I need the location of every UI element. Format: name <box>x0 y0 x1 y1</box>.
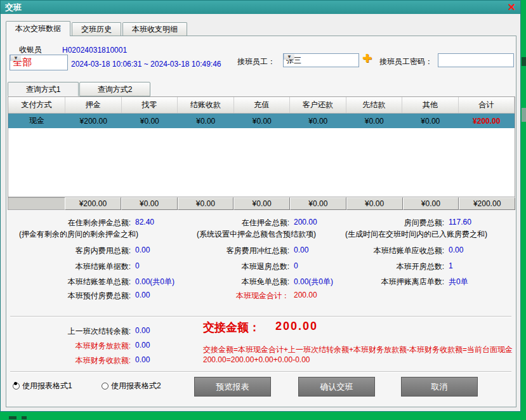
summary-note: (押金有剩余的房间的剩余押金之和) <box>19 229 138 240</box>
payment-table: 支付方式 押金 找零 结账收款 充值 客户还款 先结款 其他 合计 现金 ¥20… <box>8 96 515 197</box>
summary-value: 0 <box>135 261 140 270</box>
radio-unchecked-icon[interactable] <box>102 383 108 390</box>
column-header-change[interactable]: 找零 <box>122 97 178 113</box>
summary-label: 本班预付房费总额: <box>6 291 131 301</box>
cell-recharge: ¥0.00 <box>234 114 291 128</box>
scope-select[interactable]: 全部 ▼ <box>10 55 68 70</box>
tab-shift-history[interactable]: 交班历史 <box>72 22 121 36</box>
summary-label: 在住押金总额: <box>162 218 289 228</box>
summary-value: 82.40 <box>135 218 154 226</box>
preview-report-button[interactable]: 预览报表 <box>194 377 271 397</box>
tab-query-method-1[interactable]: 查询方式1 <box>8 82 79 96</box>
cashier-number: H02024031810001 <box>62 46 127 55</box>
cell-checkout-collection: ¥0.00 <box>178 114 234 128</box>
takeover-employee-value: 张三 <box>284 55 358 66</box>
takeover-employee-select[interactable]: 张三 ▼ <box>283 53 359 67</box>
summary-label: 本班押账离店单数: <box>305 277 444 287</box>
report-format-2-label: 使用报表格式2 <box>111 381 161 391</box>
summary-note: (生成时间在交班时间内的已入账房费之和) <box>345 229 487 240</box>
summary-label: 本班退房总数: <box>162 261 289 272</box>
column-header-checkout-collection[interactable]: 结账收款 <box>178 97 234 113</box>
cell-other: ¥0.00 <box>402 114 459 128</box>
column-header-customer-repayment[interactable]: 客户还款 <box>290 97 346 113</box>
handover-formula: 交接金额=本班现金合计+上一班次结转余额+本班财务放款额-本班财务收款额=当前台… <box>203 345 513 355</box>
column-header-payment-method[interactable]: 支付方式 <box>8 97 65 113</box>
column-header-presettlement[interactable]: 先结款 <box>346 97 403 113</box>
title-bar[interactable]: 交班 ✕ <box>1 1 520 14</box>
totals-presettlement: ¥0.00 <box>346 197 403 210</box>
add-employee-icon[interactable]: ✚ <box>362 51 372 65</box>
totals-checkout-collection: ¥0.00 <box>178 197 234 210</box>
column-header-deposit[interactable]: 押金 <box>65 97 122 113</box>
radio-checked-icon[interactable] <box>13 383 20 390</box>
report-format-2-option[interactable]: 使用报表格式2 <box>102 381 161 391</box>
summary-value: 0.00 <box>449 246 463 254</box>
main-tabs: 本次交班数据 交班历史 本班收支明细 <box>6 20 188 36</box>
divider <box>10 371 511 372</box>
tab-content-panel: 收银员 H02024031810001 全部 ▼ 2024-03-18 10:0… <box>6 36 516 407</box>
handover-amount-label: 交接金额： <box>203 320 260 335</box>
finance-grant-value: 0.00 <box>135 341 150 350</box>
divider <box>10 316 511 317</box>
report-format-1-label: 使用报表格式1 <box>22 381 72 391</box>
shift-cash-total-value: 200.00 <box>294 291 317 299</box>
takeover-employee-label: 接班员工： <box>237 56 275 67</box>
summary-label: 房间费总额: <box>305 218 444 228</box>
cell-change: ¥0.00 <box>122 114 178 128</box>
summary-value: 117.60 <box>449 218 471 226</box>
summary-value: 共0单 <box>449 277 468 287</box>
cell-deposit: ¥200.00 <box>65 114 122 128</box>
totals-row: ¥200.00 ¥0.00 ¥0.00 ¥0.00 ¥0.00 ¥0.00 ¥0… <box>8 197 515 210</box>
chevron-down-icon[interactable]: ▼ <box>284 54 294 60</box>
table-row-cash[interactable]: 现金 ¥200.00 ¥0.00 ¥0.00 ¥0.00 ¥0.00 ¥0.00… <box>8 114 515 128</box>
finance-grant-label: 本班财务放款额: <box>6 341 131 351</box>
totals-customer-repayment: ¥0.00 <box>290 197 346 210</box>
handover-amount-value: 200.00 <box>275 320 318 333</box>
column-header-other[interactable]: 其他 <box>402 97 459 113</box>
summary-value: 0.00 <box>135 246 150 254</box>
close-icon[interactable]: ✕ <box>508 3 516 13</box>
tab-shift-income-expense-detail[interactable]: 本班收支明细 <box>122 22 187 36</box>
cell-presettlement: ¥0.00 <box>346 114 403 128</box>
summary-label: 本班开房总数: <box>305 261 444 272</box>
confirm-handover-button[interactable]: 确认交班 <box>298 377 375 397</box>
carry-over-value: 0.00 <box>135 326 150 335</box>
shift-cash-total-label: 本班现金合计： <box>162 291 289 301</box>
takeover-password-input[interactable] <box>438 53 514 67</box>
totals-recharge: ¥0.00 <box>233 197 290 210</box>
finance-receive-value: 0.00 <box>135 355 150 364</box>
shift-period: 2024-03-18 10:06:31 ~ 2024-03-18 10:49:4… <box>71 60 221 69</box>
summary-label: 本班结账签单总额: <box>6 277 131 287</box>
totals-change: ¥0.00 <box>121 197 178 210</box>
tab-current-shift-data[interactable]: 本次交班数据 <box>6 21 70 36</box>
shift-handover-dialog: 交班 ✕ 本次交班数据 交班历史 本班收支明细 收银员 H02024031810… <box>0 0 521 412</box>
query-method-tabs: 查询方式1 查询方式2 <box>8 82 151 96</box>
summary-label: 在住剩余押金总额: <box>6 218 131 228</box>
summary-label: 本班结账单据数: <box>6 261 131 272</box>
tab-query-method-2[interactable]: 查询方式2 <box>79 82 150 96</box>
takeover-password-label: 接班员工密码： <box>379 56 433 67</box>
cell-total: ¥200.00 <box>459 114 515 128</box>
totals-spacer <box>8 197 65 210</box>
totals-grand-total: ¥200.00 <box>459 197 515 210</box>
window-title: 交班 <box>5 2 22 13</box>
cancel-button[interactable]: 取消 <box>401 377 478 397</box>
handover-calculation: 200.00=200.00+0.00+0.00-0.00 <box>203 355 310 364</box>
totals-other: ¥0.00 <box>403 197 459 210</box>
summary-value: 0 <box>294 261 298 270</box>
summary-value: 1 <box>449 261 453 270</box>
column-header-total[interactable]: 合计 <box>459 97 515 113</box>
summary-label: 本班结账单应收总额: <box>305 246 444 256</box>
chevron-down-icon[interactable]: ▼ <box>10 55 21 61</box>
report-format-1-option[interactable]: 使用报表格式1 <box>13 381 72 391</box>
summary-note: (系统设置中押金总额包含预结款项) <box>197 229 316 240</box>
summary-value: 0.00 <box>135 291 150 299</box>
payment-table-header: 支付方式 押金 找零 结账收款 充值 客户还款 先结款 其他 合计 <box>8 97 515 114</box>
totals-deposit: ¥200.00 <box>65 197 121 210</box>
cell-customer-repayment: ¥0.00 <box>290 114 346 128</box>
finance-receive-label: 本班财务收款额: <box>6 355 131 366</box>
column-header-recharge[interactable]: 充值 <box>234 97 291 113</box>
cell-payment-method: 现金 <box>8 114 65 128</box>
summary-label: 本班免单总额: <box>162 277 289 287</box>
summary-label: 客房内费用总额: <box>6 246 131 256</box>
